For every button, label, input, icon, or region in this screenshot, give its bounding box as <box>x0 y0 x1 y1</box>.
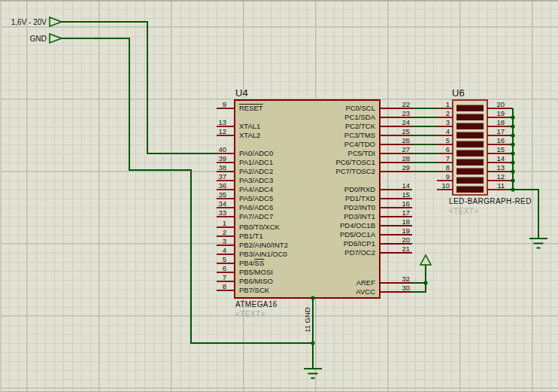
junction-dot <box>511 160 514 164</box>
pin-number: 12 <box>496 172 505 181</box>
pin-number: 30 <box>402 284 410 292</box>
wire-vin-to-pa0[interactable] <box>62 22 217 153</box>
pin-number: 38 <box>218 163 226 172</box>
pin-name: PA4/ADC4 <box>239 185 273 193</box>
pin-number: 27 <box>402 145 410 153</box>
bargraph-part-label: LED-BARGRAPH-RED <box>449 197 532 205</box>
pin-number: 15 <box>496 145 505 153</box>
pin-number: 37 <box>218 172 226 181</box>
vin-terminal-label: 1,6V - 20V <box>11 18 47 26</box>
pin-number: 20 <box>496 100 505 108</box>
pin-name: PA0/ADC0 <box>239 149 273 157</box>
gnd-terminal-label: GND <box>30 35 47 43</box>
pin-name: PB6/MISO <box>239 277 273 285</box>
pin-number: 19 <box>402 226 410 235</box>
pin-number: 14 <box>402 181 410 190</box>
led-segment <box>457 132 484 138</box>
pin-name: PB7/SCK <box>239 286 270 294</box>
pin-number: 2 <box>223 228 226 236</box>
pin-number: 19 <box>496 109 505 117</box>
pin-name: XTAL2 <box>239 131 260 139</box>
pin-number: 29 <box>402 163 410 172</box>
pin-number: 7 <box>446 154 450 163</box>
pin-name: AREF <box>356 278 376 287</box>
pin-number: 15 <box>402 190 410 199</box>
pin-number: 23 <box>402 109 410 117</box>
pin-name: PC0/SCL <box>345 104 375 112</box>
pin-number: 26 <box>402 136 410 144</box>
junction-dot <box>511 142 514 146</box>
pin-number: 16 <box>402 199 410 208</box>
pin-number: 20 <box>402 236 410 244</box>
pin-number: 9 <box>446 172 450 181</box>
led-segment <box>457 114 484 120</box>
chip-ref: U4 <box>235 87 248 99</box>
pin-name: PB2/AIN0/INT2 <box>239 241 288 249</box>
pin-number: 16 <box>496 136 505 144</box>
pin-number: 6 <box>223 264 226 272</box>
power-terminal-icon[interactable] <box>420 255 431 265</box>
pin-name: PC5/TDI <box>348 149 375 157</box>
pin-number: 34 <box>218 199 226 208</box>
pin-number: 32 <box>402 275 410 283</box>
junction-dot <box>511 169 514 173</box>
pin-number: 14 <box>496 154 505 163</box>
chip-text-placeholder: <TEXT> <box>235 310 265 318</box>
led-segment <box>457 150 484 156</box>
pin-number: 8 <box>446 163 450 172</box>
junction-dot <box>311 341 314 345</box>
pin-number: 3 <box>446 118 450 126</box>
pin-number: 36 <box>218 181 226 190</box>
pin-name: PB3/AIN1/OC0 <box>239 250 287 258</box>
pin-name: PD2/INT0 <box>344 203 375 211</box>
pin-name: PB4/SS <box>239 259 264 267</box>
pin-name: PC2/TCK <box>345 122 376 130</box>
junction-dot <box>511 115 514 119</box>
pin-name: PA3/ADC3 <box>239 176 273 184</box>
pin-name: PC3/TMS <box>344 131 375 139</box>
junction-dot <box>423 281 427 284</box>
pin-name: PC1/SDA <box>344 113 375 121</box>
pin-name: PA7/ADC7 <box>239 212 273 220</box>
led-segment <box>457 160 484 166</box>
led-segment <box>457 187 484 193</box>
pin-number: 28 <box>402 154 410 163</box>
ground-symbol[interactable] <box>304 369 322 378</box>
pin-number: 9 <box>223 100 226 108</box>
input-terminal-icon[interactable] <box>50 17 62 26</box>
pin-name: AVCC <box>356 287 375 296</box>
pin-number: 4 <box>446 127 450 135</box>
pin-name: PD7/OC2 <box>344 248 375 257</box>
junction-dot <box>511 124 514 128</box>
pin-number: 11 <box>497 181 505 190</box>
pin-name: PD5/OC1A <box>340 230 376 239</box>
bargraph-text-placeholder: <TEXT> <box>449 207 479 215</box>
bargraph-ref: U6 <box>452 87 465 99</box>
pin-name: XTAL1 <box>239 122 260 130</box>
led-segment <box>457 123 484 129</box>
pin-number: 33 <box>218 208 226 217</box>
input-terminal-icon[interactable] <box>50 34 62 43</box>
input-terminal-gnd[interactable]: GND <box>30 34 62 43</box>
ground-symbol[interactable] <box>529 239 547 248</box>
junction-dot <box>511 178 514 182</box>
pin-name: PC4/TDO <box>344 140 375 148</box>
schematic-canvas[interactable]: 9RESET13XTAL112XTAL240PA0/ADC039PA1/ADC1… <box>0 0 558 392</box>
pin-name: PA5/ADC5 <box>239 194 273 202</box>
pin-number: 6 <box>446 145 450 153</box>
led-segment <box>457 141 484 147</box>
wire-avcc-power[interactable] <box>412 265 426 292</box>
pin-name: PB5/MOSI <box>239 268 273 276</box>
pin-name: PC6/TOSC1 <box>335 158 375 166</box>
pin-name: PA1/ADC1 <box>239 158 273 166</box>
junction-dot <box>511 187 514 191</box>
pin-number: 5 <box>446 136 450 144</box>
pin-name: RESET <box>239 104 263 112</box>
pin-number: 10 <box>441 181 450 190</box>
pin-number: 21 <box>402 245 410 253</box>
pin-number: 17 <box>402 208 410 217</box>
pin-number: 4 <box>223 246 226 254</box>
pin-number: 7 <box>223 273 226 281</box>
input-terminal-vin[interactable]: 1,6V - 20V <box>11 17 62 26</box>
pin-number: 25 <box>402 127 410 135</box>
